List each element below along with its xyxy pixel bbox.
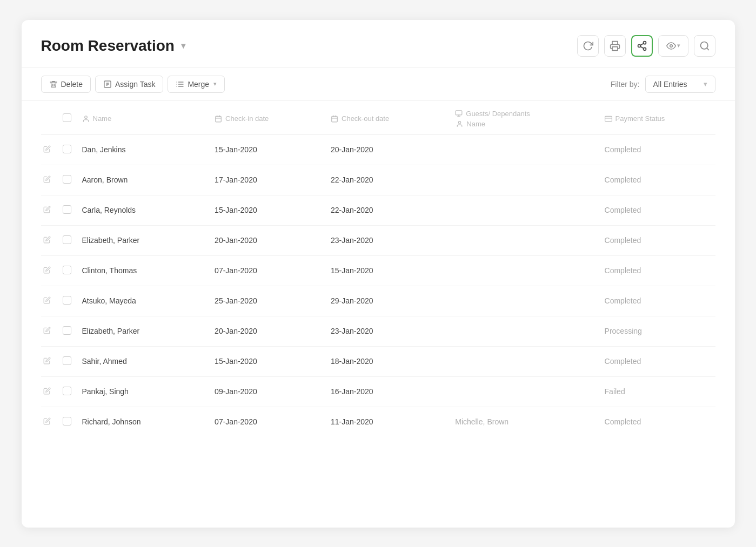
merge-button[interactable]: Merge ▾ — [168, 76, 225, 93]
row-name-5: Atsuko, Mayeda — [77, 286, 210, 316]
table-row: Dan, Jenkins 15-Jan-2020 20-Jan-2020 Com… — [41, 134, 715, 165]
row-checkbox-0[interactable] — [63, 145, 71, 153]
row-name-7: Sahir, Ahmed — [77, 346, 210, 376]
row-checkin-8: 09-Jan-2020 — [209, 376, 325, 407]
row-checkin-7: 15-Jan-2020 — [209, 346, 325, 376]
row-checkin-6: 20-Jan-2020 — [209, 316, 325, 346]
row-checkout-7: 18-Jan-2020 — [325, 346, 450, 376]
row-guests-9: Michelle, Brown — [450, 407, 599, 437]
row-checkbox-3[interactable] — [63, 235, 71, 244]
row-checkout-9: 11-Jan-2020 — [325, 407, 450, 437]
table-row: Richard, Johnson 07-Jan-2020 11-Jan-2020… — [41, 407, 715, 437]
svg-rect-24 — [332, 116, 338, 122]
edit-cell-8[interactable] — [41, 376, 57, 407]
svg-point-6 — [670, 44, 672, 47]
edit-icon — [43, 206, 51, 213]
edit-icon — [43, 266, 51, 274]
edit-cell-0[interactable] — [41, 134, 57, 165]
app-container: Room Reservation ▾ — [22, 20, 735, 528]
title-chevron-icon[interactable]: ▾ — [181, 40, 185, 51]
row-checkbox-cell-5 — [57, 286, 77, 316]
row-checkbox-5[interactable] — [63, 296, 71, 305]
view-chevron-icon: ▾ — [677, 42, 680, 49]
svg-rect-20 — [216, 116, 222, 122]
row-checkbox-cell-8 — [57, 376, 77, 407]
table-body: Dan, Jenkins 15-Jan-2020 20-Jan-2020 Com… — [41, 134, 715, 437]
row-checkbox-7[interactable] — [63, 356, 71, 365]
filter-select[interactable]: All Entries ▾ — [645, 76, 715, 93]
row-name-9: Richard, Johnson — [77, 407, 210, 437]
row-checkin-3: 20-Jan-2020 — [209, 225, 325, 255]
row-checkbox-8[interactable] — [63, 387, 71, 395]
row-checkbox-2[interactable] — [63, 205, 71, 214]
row-checkin-2: 15-Jan-2020 — [209, 195, 325, 225]
row-checkout-0: 20-Jan-2020 — [325, 134, 450, 165]
table-row: Atsuko, Mayeda 25-Jan-2020 29-Jan-2020 C… — [41, 286, 715, 316]
toolbar: Delete Assign Task Merge ▾ — [22, 68, 735, 101]
row-checkin-0: 15-Jan-2020 — [209, 134, 325, 165]
row-checkbox-6[interactable] — [63, 326, 71, 335]
name-col-icon — [82, 115, 90, 123]
row-checkout-5: 29-Jan-2020 — [325, 286, 450, 316]
row-checkbox-4[interactable] — [63, 266, 71, 274]
edit-cell-6[interactable] — [41, 316, 57, 346]
app-title: Room Reservation — [41, 37, 175, 55]
edit-cell-2[interactable] — [41, 195, 57, 225]
share-button[interactable] — [631, 35, 653, 57]
search-icon — [699, 40, 710, 51]
row-guests-8 — [450, 376, 599, 407]
row-checkbox-cell-1 — [57, 165, 77, 195]
row-checkbox-cell-7 — [57, 346, 77, 376]
filter-by-label: Filter by: — [611, 80, 640, 89]
edit-icon — [43, 327, 51, 334]
row-checkin-5: 25-Jan-2020 — [209, 286, 325, 316]
guests-name-icon — [456, 120, 463, 127]
delete-button[interactable]: Delete — [41, 76, 91, 93]
refresh-button[interactable] — [577, 35, 599, 57]
row-payment-4: Completed — [599, 255, 715, 286]
edit-cell-3[interactable] — [41, 225, 57, 255]
row-checkbox-cell-4 — [57, 255, 77, 286]
checkin-col-icon — [215, 115, 222, 123]
svg-line-8 — [706, 48, 708, 50]
row-guests-3 — [450, 225, 599, 255]
assign-task-button[interactable]: Assign Task — [95, 76, 163, 93]
refresh-icon — [583, 40, 593, 51]
th-guests-name-label: Name — [466, 120, 485, 128]
view-button[interactable]: ▾ — [658, 35, 688, 57]
row-payment-7: Completed — [599, 346, 715, 376]
row-checkbox-9[interactable] — [63, 417, 71, 426]
filter-area: Filter by: All Entries ▾ — [611, 76, 715, 93]
share-icon — [637, 40, 647, 51]
delete-label: Delete — [61, 80, 83, 89]
print-button[interactable] — [604, 35, 626, 57]
eye-icon — [666, 41, 676, 51]
edit-cell-5[interactable] — [41, 286, 57, 316]
row-checkbox-cell-2 — [57, 195, 77, 225]
reservations-table: Name Check-in date Check-out date — [41, 101, 715, 437]
svg-point-19 — [84, 116, 87, 118]
search-button[interactable] — [694, 35, 715, 57]
th-checkbox — [57, 101, 77, 135]
svg-rect-0 — [612, 46, 618, 50]
row-checkbox-cell-6 — [57, 316, 77, 346]
th-name: Name — [77, 101, 210, 135]
th-checkout-label: Check-out date — [342, 114, 389, 123]
row-checkbox-1[interactable] — [63, 175, 71, 184]
row-payment-8: Failed — [599, 376, 715, 407]
guests-col-icon — [455, 110, 463, 117]
header-checkbox[interactable] — [63, 113, 71, 122]
header: Room Reservation ▾ — [22, 20, 735, 68]
edit-cell-9[interactable] — [41, 407, 57, 437]
edit-cell-1[interactable] — [41, 165, 57, 195]
table-row: Sahir, Ahmed 15-Jan-2020 18-Jan-2020 Com… — [41, 346, 715, 376]
row-payment-3: Completed — [599, 225, 715, 255]
row-checkin-9: 07-Jan-2020 — [209, 407, 325, 437]
row-payment-1: Completed — [599, 165, 715, 195]
row-checkout-6: 23-Jan-2020 — [325, 316, 450, 346]
edit-cell-7[interactable] — [41, 346, 57, 376]
row-payment-5: Completed — [599, 286, 715, 316]
row-payment-2: Completed — [599, 195, 715, 225]
edit-cell-4[interactable] — [41, 255, 57, 286]
th-name-label: Name — [93, 114, 112, 123]
